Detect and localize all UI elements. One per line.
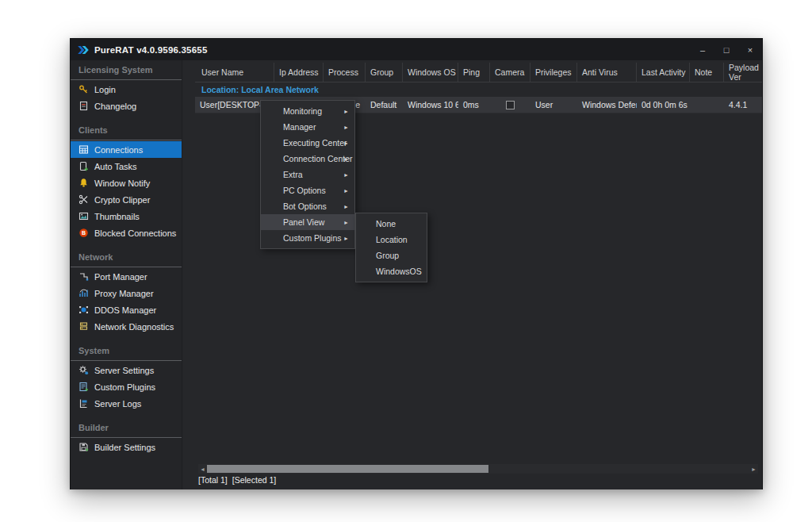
cell-last-activity: 0d 0h 0m 6s — [637, 97, 690, 113]
blocked-icon: B — [79, 228, 89, 238]
submenu-item-location[interactable]: Location — [356, 232, 427, 248]
sidebar-item-ddos-manager[interactable]: DDOS Manager — [71, 301, 182, 318]
section-header: System — [71, 346, 182, 361]
location-group-row[interactable]: Location: Local Area Network — [195, 85, 762, 98]
submenu-arrow-icon: ► — [343, 220, 349, 225]
cell-ping: 0ms — [458, 97, 490, 113]
column-header-anti-virus[interactable]: Anti Virus — [577, 63, 637, 82]
sidebar-item-crypto-clipper[interactable]: Crypto Clipper — [71, 191, 182, 208]
close-button[interactable]: × — [738, 39, 762, 60]
sidebar-item-builder-settings[interactable]: Builder Settings — [71, 439, 182, 455]
maximize-button[interactable]: □ — [714, 39, 738, 60]
sidebar-item-server-logs[interactable]: Server Logs — [71, 395, 182, 412]
proxy-manager-icon — [79, 288, 89, 298]
column-header-group[interactable]: Group — [366, 63, 403, 82]
sidebar-item-server-settings[interactable]: Server Settings — [71, 362, 182, 378]
sidebar-item-thumbnails[interactable]: Thumbnails — [71, 208, 182, 225]
app-logo-double-chevron-icon — [77, 46, 89, 54]
sidebar-item-login[interactable]: Login — [71, 81, 182, 98]
cell-privileges: User — [530, 97, 577, 113]
panel-view-submenu: None Location Group WindowsOS — [355, 213, 427, 282]
menu-item-label: PC Options — [283, 186, 326, 195]
submenu-item-windowsos[interactable]: WindowsOS — [356, 263, 427, 279]
menu-item-label: Bot Options — [283, 202, 327, 211]
column-header-ping[interactable]: Ping — [458, 63, 490, 82]
submenu-arrow-icon: ► — [343, 156, 349, 162]
sidebar-item-label: Server Settings — [94, 366, 154, 375]
section-header: Network — [71, 252, 182, 267]
menu-item-custom-plugins[interactable]: Custom Plugins► — [261, 230, 354, 246]
submenu-arrow-icon: ► — [343, 140, 349, 146]
menu-item-label: Connection Center — [283, 154, 353, 163]
status-total: [Total 1] — [198, 475, 228, 485]
scrollbar-track[interactable] — [207, 464, 749, 474]
menu-item-extra[interactable]: Extra► — [261, 167, 354, 182]
builder-settings-icon — [79, 442, 89, 452]
menu-item-bot-options[interactable]: Bot Options► — [261, 198, 354, 214]
ddos-manager-icon — [79, 305, 89, 315]
status-selected: [Selected 1] — [232, 475, 276, 485]
sidebar-item-label: Port Manager — [94, 272, 147, 282]
sidebar-item-changelog[interactable]: Changelog — [71, 98, 182, 114]
sidebar-item-port-manager[interactable]: Port Manager — [71, 268, 182, 285]
menu-item-label: Group — [376, 251, 399, 260]
menu-item-executing-center[interactable]: Executing Center► — [261, 135, 354, 151]
menu-item-connection-center[interactable]: Connection Center► — [261, 151, 354, 167]
sidebar-item-auto-tasks[interactable]: Auto Tasks — [71, 158, 182, 175]
scrollbar-thumb[interactable] — [207, 465, 488, 473]
sidebar-item-blocked-connections[interactable]: B Blocked Connections — [71, 225, 182, 241]
scroll-left-icon[interactable]: ◄ — [198, 464, 207, 474]
sidebar-item-label: Builder Settings — [94, 443, 155, 452]
submenu-arrow-icon: ► — [343, 172, 349, 178]
table-header: User Name Ip Address Process Group Windo… — [195, 63, 762, 83]
menu-item-manager[interactable]: Manager► — [261, 119, 354, 135]
column-header-payload-ver[interactable]: Payload Ver — [724, 63, 762, 82]
sidebar-item-proxy-manager[interactable]: Proxy Manager — [71, 285, 182, 301]
menu-item-pc-options[interactable]: PC Options► — [261, 182, 354, 198]
sidebar-item-custom-plugins[interactable]: Custom Plugins — [71, 378, 182, 395]
port-manager-icon — [79, 271, 89, 282]
sidebar-item-label: Login — [94, 85, 116, 94]
menu-item-label: Executing Center — [283, 138, 347, 148]
sidebar-item-label: Changelog — [94, 102, 136, 111]
column-header-privileges[interactable]: Privileges — [530, 63, 577, 82]
sidebar-item-network-diagnostics[interactable]: Network Diagnostics — [71, 318, 182, 335]
column-header-camera[interactable]: Camera — [490, 63, 530, 82]
submenu-arrow-icon: ► — [343, 109, 349, 114]
column-header-last-activity[interactable]: Last Activity — [637, 63, 690, 82]
sidebar-item-connections[interactable]: Connections — [71, 141, 182, 158]
sidebar: Licensing System Login Changelog Clients… — [71, 60, 182, 489]
titlebar[interactable]: PureRAT v4.0.9596.35655 – □ × — [71, 39, 762, 60]
submenu-item-none[interactable]: None — [356, 216, 427, 232]
sidebar-item-label: Server Logs — [94, 399, 141, 409]
column-header-user-name[interactable]: User Name — [195, 63, 274, 82]
menu-item-label: Manager — [283, 122, 316, 132]
menu-item-panel-view[interactable]: Panel View► — [261, 214, 354, 230]
minimize-button[interactable]: – — [691, 39, 714, 60]
sidebar-item-label: Window Notify — [94, 178, 150, 188]
column-header-process[interactable]: Process — [324, 63, 366, 82]
cell-payload-version: 4.4.1 — [724, 97, 762, 113]
submenu-arrow-icon: ► — [343, 188, 349, 194]
column-header-windows-os[interactable]: Windows OS — [403, 63, 458, 82]
section-network: Network Port Manager Proxy Manager DDOS … — [71, 252, 182, 335]
section-header: Licensing System — [71, 65, 182, 80]
scroll-right-icon[interactable]: ► — [749, 464, 758, 474]
key-icon — [79, 84, 89, 94]
cell-note — [690, 97, 724, 113]
menu-item-monitoring[interactable]: Monitoring► — [261, 103, 354, 119]
section-clients: Clients Connections Auto Tasks Window No… — [71, 125, 182, 241]
server-logs-icon — [79, 398, 89, 409]
sidebar-item-window-notify[interactable]: Window Notify — [71, 175, 182, 191]
server-settings-icon — [79, 365, 89, 375]
sidebar-item-label: Connections — [94, 145, 143, 155]
sidebar-item-label: Crypto Clipper — [94, 195, 150, 205]
cell-windows-os: Windows 10 64Bit — [403, 97, 458, 113]
column-header-note[interactable]: Note — [690, 63, 724, 82]
column-header-ip-address[interactable]: Ip Address — [274, 63, 324, 82]
camera-checkbox[interactable] — [506, 101, 515, 109]
submenu-item-group[interactable]: Group — [356, 248, 427, 263]
sidebar-item-label: Custom Plugins — [94, 382, 155, 392]
horizontal-scrollbar[interactable]: ◄ ► — [198, 464, 758, 474]
menu-item-label: Location — [376, 235, 408, 244]
